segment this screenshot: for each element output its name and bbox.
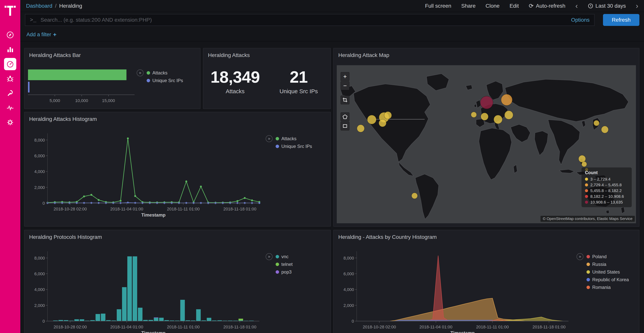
sidebar-item-visualize[interactable] bbox=[4, 43, 16, 56]
attack-map[interactable]: + − Count 3 – 2,729.4 2,729.4 – 5,455 bbox=[337, 65, 636, 223]
legend-dot bbox=[585, 183, 588, 186]
sidebar-nav bbox=[4, 29, 16, 129]
legend-item-vnc[interactable]: vnc bbox=[276, 254, 293, 259]
legend-toggle[interactable]: » bbox=[137, 70, 144, 76]
panel-title: Heralding Attacks Bar bbox=[24, 48, 200, 60]
bug-icon bbox=[6, 74, 14, 83]
metric-group: 18,349 Attacks 21 Unique Src IPs bbox=[203, 68, 330, 95]
search-input[interactable] bbox=[41, 17, 568, 23]
map-legend-title: Count bbox=[585, 170, 628, 175]
legend-item-unique-src-ips[interactable]: Unique Src IPs bbox=[276, 144, 312, 149]
legend-dot bbox=[276, 263, 279, 266]
legend-item-telnet[interactable]: telnet bbox=[276, 262, 293, 267]
search-bar[interactable]: >_ Options bbox=[25, 14, 594, 26]
svg-text:6,000: 6,000 bbox=[34, 271, 45, 276]
refresh-cycle-icon: ⟳ bbox=[529, 3, 534, 9]
sidebar-item-settings[interactable] bbox=[4, 116, 16, 129]
metric-attacks-label: Attacks bbox=[203, 88, 267, 95]
attacks-histogram-chart[interactable]: 02,0004,0006,0008,0002018-10-28 02:00201… bbox=[26, 131, 266, 223]
metric-attacks: 18,349 Attacks bbox=[203, 68, 267, 95]
legend-dot bbox=[586, 270, 590, 274]
legend-dot bbox=[146, 71, 150, 75]
legend-toggle[interactable]: » bbox=[576, 253, 584, 260]
legend-item-poland[interactable]: Poland bbox=[586, 254, 629, 259]
metric-attacks-value: 18,349 bbox=[203, 68, 267, 87]
svg-text:2018-11-11 01:00: 2018-11-11 01:00 bbox=[476, 324, 509, 329]
auto-refresh-button[interactable]: ⟳ Auto-refresh bbox=[529, 3, 566, 9]
legend-dot bbox=[146, 79, 150, 82]
chart-legend: » Attacks Unique Src IPs bbox=[266, 135, 312, 149]
sidebar-item-monitoring[interactable] bbox=[4, 102, 16, 114]
edit-button[interactable]: Edit bbox=[510, 3, 519, 9]
svg-text:4,000: 4,000 bbox=[34, 169, 45, 174]
fullscreen-button[interactable]: Full screen bbox=[425, 3, 452, 9]
legend-dot bbox=[586, 263, 590, 266]
svg-text:Timestamp: Timestamp bbox=[141, 212, 166, 217]
add-filter-link[interactable]: Add a filter+ bbox=[26, 31, 56, 38]
legend-item-unique-src-ips[interactable]: Unique Src IPs bbox=[146, 78, 183, 83]
legend-item-romania[interactable]: Romania bbox=[586, 285, 629, 290]
panel-heralding-attacks-metric: Heralding Attacks 18,349 Attacks 21 Uniq… bbox=[203, 48, 331, 109]
svg-text:4,000: 4,000 bbox=[344, 287, 354, 292]
svg-text:2018-11-18 01:00: 2018-11-18 01:00 bbox=[223, 324, 256, 329]
zoom-out-button[interactable]: − bbox=[340, 81, 350, 90]
legend-dot bbox=[586, 278, 590, 281]
legend-item-attacks[interactable]: Attacks bbox=[146, 70, 183, 76]
crop-tool-button[interactable] bbox=[340, 96, 350, 104]
metric-unique-src-ips-label: Unique Src IPs bbox=[267, 88, 330, 95]
legend-item-united-states[interactable]: United States bbox=[586, 269, 629, 275]
plus-icon: + bbox=[53, 31, 56, 38]
svg-text:2018-10-28 02:00: 2018-10-28 02:00 bbox=[363, 324, 396, 329]
legend-item-attacks[interactable]: Attacks bbox=[276, 136, 312, 141]
breadcrumb-dashboard-link[interactable]: Dashboard bbox=[26, 3, 52, 9]
svg-text:2018-11-04 01:00: 2018-11-04 01:00 bbox=[110, 207, 143, 211]
sidebar-item-discover[interactable] bbox=[4, 29, 16, 41]
protocols-histogram-chart[interactable]: 02,0004,0006,0008,0002018-10-28 02:00201… bbox=[26, 249, 266, 333]
country-histogram-chart[interactable]: 02,0004,0006,0008,0002018-10-28 02:00201… bbox=[336, 249, 575, 333]
legend-dot bbox=[276, 270, 279, 274]
panel-title: Heralding Attacks bbox=[203, 48, 330, 60]
legend-dot bbox=[276, 137, 279, 140]
map-legend-row: 3 – 2,729.4 bbox=[585, 177, 628, 181]
legend-dot bbox=[585, 189, 588, 192]
bar-chart-icon bbox=[6, 45, 14, 54]
legend-item-russia[interactable]: Russia bbox=[586, 262, 629, 267]
legend-item-republic-of-korea[interactable]: Republic of Korea bbox=[586, 277, 629, 282]
options-link[interactable]: Options bbox=[571, 17, 590, 23]
panel-title: Heralding - Attacks by Country Histogram bbox=[334, 230, 639, 242]
legend-toggle[interactable]: » bbox=[266, 253, 272, 260]
time-forward-button[interactable]: › bbox=[636, 2, 638, 10]
svg-text:2018-10-28 02:00: 2018-10-28 02:00 bbox=[54, 324, 87, 329]
legend-dot bbox=[585, 201, 588, 204]
svg-text:0: 0 bbox=[352, 319, 354, 323]
legend-item-pop3[interactable]: pop3 bbox=[276, 269, 293, 275]
panel-heralding-attack-map: Heralding Attack Map bbox=[333, 48, 640, 227]
panel-title: Heralding Attack Map bbox=[334, 48, 639, 60]
sidebar-item-dashboard[interactable] bbox=[4, 58, 16, 70]
map-attribution[interactable]: © OpenStreetMap contributors, Elastic Ma… bbox=[540, 216, 635, 222]
svg-text:2018-11-18 01:00: 2018-11-18 01:00 bbox=[532, 324, 566, 329]
legend-dot bbox=[585, 195, 588, 198]
rectangle-tool-button[interactable] bbox=[340, 122, 350, 130]
zoom-in-button[interactable]: + bbox=[340, 72, 350, 81]
clone-button[interactable]: Clone bbox=[486, 3, 500, 9]
svg-text:2018-11-18 01:00: 2018-11-18 01:00 bbox=[223, 207, 256, 211]
share-button[interactable]: Share bbox=[461, 3, 476, 9]
svg-text:5,000: 5,000 bbox=[50, 98, 60, 103]
chart-legend: » vnc telnet pop3 bbox=[266, 253, 293, 275]
wrench-icon bbox=[6, 89, 14, 97]
panel-heralding-attacks-bar: Heralding Attacks Bar 5,00010,00015,000 … bbox=[24, 48, 200, 109]
polygon-tool-button[interactable] bbox=[340, 112, 350, 121]
attacks-bar-chart[interactable]: 5,00010,00015,000 bbox=[27, 67, 136, 107]
refresh-button[interactable]: Refresh bbox=[603, 14, 640, 26]
legend-toggle[interactable]: » bbox=[266, 135, 272, 142]
sidebar-item-honeypot[interactable] bbox=[4, 73, 16, 85]
svg-text:0: 0 bbox=[42, 201, 45, 206]
time-back-button[interactable]: ‹ bbox=[576, 2, 578, 10]
svg-text:Timestamp: Timestamp bbox=[141, 330, 166, 333]
time-range-button[interactable]: Last 30 days bbox=[588, 3, 626, 9]
svg-text:2018-11-04 01:00: 2018-11-04 01:00 bbox=[419, 324, 452, 329]
svg-text:2018-11-04 01:00: 2018-11-04 01:00 bbox=[110, 324, 143, 329]
t-mobile-logo bbox=[4, 6, 16, 18]
sidebar-item-tools[interactable] bbox=[4, 87, 16, 99]
